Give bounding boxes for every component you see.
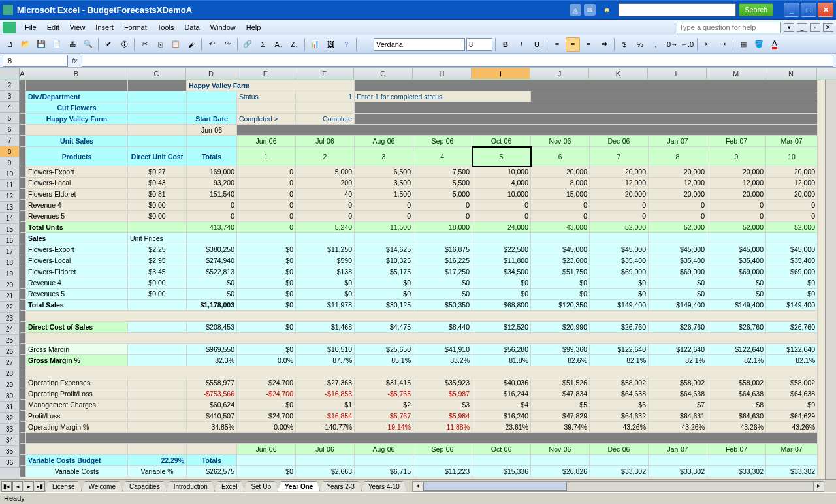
cell[interactable]: 43.26%	[649, 422, 707, 433]
cell[interactable]: Complete	[296, 114, 355, 125]
sheet-tab-years-4-10[interactable]: Years 4-10	[361, 481, 407, 492]
cell[interactable]: 0.0%	[237, 355, 296, 366]
cell[interactable]: 0	[472, 211, 531, 222]
row-13[interactable]: 13	[0, 202, 20, 213]
cell[interactable]: $1,468	[296, 322, 355, 333]
chart-wizard-icon[interactable]: 📊	[308, 37, 322, 52]
cell[interactable]: 0	[237, 222, 296, 233]
cell[interactable]: $64,638	[649, 388, 707, 400]
align-center-icon[interactable]: ≡	[566, 37, 580, 52]
cell[interactable]: Gross Margin %	[26, 355, 128, 366]
cell[interactable]: Jun-06	[187, 125, 237, 136]
sheet-tab-set-up[interactable]: Set Up	[244, 481, 278, 492]
cell[interactable]: $0.00	[128, 200, 187, 211]
cell[interactable]: 3	[355, 147, 413, 166]
cell[interactable]	[707, 233, 766, 244]
cell[interactable]: 10,000	[472, 189, 531, 200]
cell[interactable]	[20, 366, 26, 377]
cell[interactable]: $34,500	[472, 266, 531, 277]
cell[interactable]	[590, 233, 649, 244]
cell[interactable]: $149,400	[707, 300, 766, 311]
drawing-icon[interactable]: 🖼	[323, 37, 338, 52]
cell[interactable]: 5,000	[413, 189, 472, 200]
sheet-tab-welcome[interactable]: Welcome	[81, 481, 123, 492]
cell[interactable]	[20, 178, 26, 189]
row-10[interactable]: 10	[0, 168, 20, 180]
row-17[interactable]: 17	[0, 246, 20, 257]
cell[interactable]: $262,575	[187, 466, 237, 477]
cell[interactable]	[296, 233, 355, 244]
cell[interactable]: 0	[355, 200, 413, 211]
cell[interactable]: $23,600	[531, 255, 590, 266]
cell[interactable]	[413, 233, 472, 244]
currency-icon[interactable]: $	[617, 37, 632, 52]
cell[interactable]: $45,000	[707, 244, 766, 255]
cell[interactable]	[20, 166, 26, 178]
cell[interactable]: $10,325	[355, 255, 413, 266]
cell[interactable]: Variable Costs	[26, 466, 128, 477]
menu-view[interactable]: View	[65, 22, 91, 33]
formula-input[interactable]	[82, 55, 833, 67]
cell[interactable]: 8,000	[531, 178, 590, 189]
bold-icon[interactable]: B	[498, 37, 513, 52]
row-31[interactable]: 31	[0, 402, 20, 413]
cell[interactable]	[26, 333, 818, 344]
col-C[interactable]: C	[127, 68, 186, 79]
cell[interactable]	[20, 277, 26, 289]
row-11[interactable]: 11	[0, 180, 20, 191]
cell[interactable]: $8,440	[413, 322, 472, 333]
row-3[interactable]: 3	[0, 91, 20, 102]
cell[interactable]: 82.3%	[187, 355, 237, 366]
cell[interactable]: Revenue 4	[26, 200, 128, 211]
sheet-tab-capacities[interactable]: Capacities	[122, 481, 167, 492]
cell[interactable]: 0	[237, 189, 296, 200]
cell[interactable]: 15,000	[531, 189, 590, 200]
cell[interactable]: Aug-06	[355, 136, 413, 147]
cell[interactable]: 10,000	[472, 166, 531, 178]
cell[interactable]	[296, 102, 355, 114]
cell[interactable]	[128, 102, 187, 114]
menu-window[interactable]: Window	[205, 22, 241, 33]
cell[interactable]: 11,500	[355, 222, 413, 233]
cell[interactable]	[20, 433, 26, 444]
cell[interactable]: $64,638	[707, 388, 766, 400]
sheet-tab-license[interactable]: License	[45, 481, 82, 492]
cell[interactable]: $0	[237, 400, 296, 411]
comma-icon[interactable]: ,	[649, 37, 663, 52]
cell[interactable]: Total Sales	[26, 300, 128, 311]
cell[interactable]	[296, 455, 355, 466]
cell[interactable]	[128, 422, 187, 433]
cell[interactable]: $138	[296, 266, 355, 277]
increase-decimal-icon[interactable]: .0→	[664, 37, 679, 52]
cell[interactable]	[237, 125, 818, 136]
cell[interactable]: 20,000	[531, 166, 590, 178]
cell[interactable]	[20, 311, 26, 322]
row-6[interactable]: 6	[0, 124, 20, 135]
cell[interactable]: $380,250	[187, 244, 237, 255]
cell[interactable]: Mar-07	[766, 136, 818, 147]
cell[interactable]: 43.26%	[707, 422, 766, 433]
cell[interactable]: $4	[472, 400, 531, 411]
cell[interactable]: 85.1%	[355, 355, 413, 366]
cell[interactable]: 5,240	[296, 222, 355, 233]
cell[interactable]: $45,000	[649, 244, 707, 255]
redo-icon[interactable]: ↷	[220, 37, 234, 52]
row-7[interactable]: 7	[0, 135, 20, 146]
cell[interactable]: $0.27	[128, 166, 187, 178]
cell[interactable]: $26,760	[649, 322, 707, 333]
cell[interactable]: $12,520	[472, 322, 531, 333]
col-I[interactable]: I	[472, 68, 530, 79]
cell[interactable]	[20, 444, 26, 455]
cell[interactable]: Profit/Loss	[26, 411, 128, 422]
cell[interactable]: $14,625	[355, 244, 413, 255]
cell[interactable]	[20, 333, 26, 344]
cell[interactable]: $0	[472, 277, 531, 289]
cell[interactable]: $122,640	[707, 344, 766, 355]
cell[interactable]: $149,400	[590, 300, 649, 311]
cell[interactable]: $5,984	[413, 411, 472, 422]
align-left-icon[interactable]: ≡	[550, 37, 564, 52]
cell[interactable]: Jan-07	[649, 444, 707, 455]
col-E[interactable]: E	[236, 68, 295, 79]
cell[interactable]: $149,400	[766, 300, 818, 311]
cell[interactable]: $64,629	[766, 411, 818, 422]
